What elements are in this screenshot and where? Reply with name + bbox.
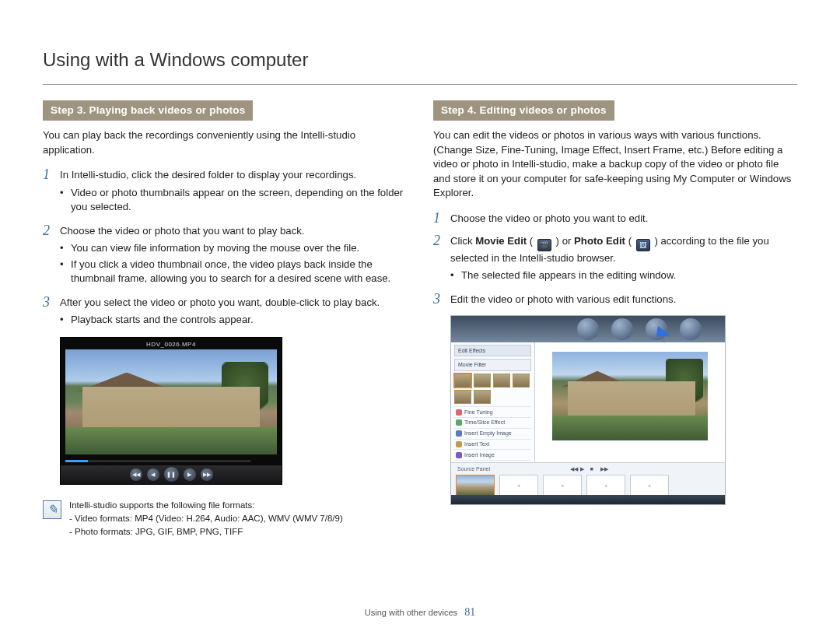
step3-item-3: 3 After you select the video or photo yo… — [43, 296, 407, 329]
item-text: Edit the video or photo with various edi… — [450, 293, 676, 305]
panel-title: Edit Effects — [454, 345, 531, 357]
sidebar-item[interactable]: Insert Text — [454, 439, 531, 450]
prev-button[interactable]: ◀◀ — [130, 468, 142, 481]
page-number: 81 — [464, 606, 475, 618]
effect-thumb[interactable] — [513, 374, 530, 388]
timeline-label: Source Panel — [457, 465, 490, 473]
step3-intro: You can play back the recordings conveni… — [43, 128, 407, 157]
item-text: Click Movie Edit ( 🎬 ) or Photo Edit ( 🖼… — [450, 235, 769, 264]
editor-tab-icon[interactable] — [611, 318, 633, 340]
item-number: 1 — [43, 167, 60, 183]
step4-item-2: 2 Click Movie Edit ( 🎬 ) or Photo Edit (… — [433, 234, 797, 285]
step3-header: Step 3. Playing back videos or photos — [43, 100, 253, 121]
tl-stop-icon[interactable]: ■ — [590, 466, 597, 472]
item-number: 2 — [433, 233, 450, 249]
rewind-button[interactable]: ◀ — [147, 468, 159, 481]
player-progress[interactable] — [65, 460, 250, 462]
tl-play-icon[interactable]: ▶ — [580, 466, 586, 472]
effect-thumb[interactable] — [493, 374, 510, 388]
next-button[interactable]: ▶▶ — [201, 468, 213, 481]
tl-next-icon[interactable]: ▶▶ — [600, 466, 607, 472]
photo-edit-icon: 🖼 — [636, 239, 650, 251]
column-right: Step 4. Editing videos or photos You can… — [433, 100, 797, 539]
effect-thumb[interactable] — [474, 390, 491, 404]
bullet: If you click a video thumbnail once, the… — [60, 258, 407, 286]
footer-section: Using with other devices — [365, 608, 457, 617]
editor-sidebar: Edit Effects Movie Filter Fine Tun — [451, 342, 535, 462]
item-text: Choose the video or photo that you want … — [60, 225, 305, 237]
editor-tab-icon[interactable] — [577, 318, 599, 340]
bullet: Video or photo thumbnails appear on the … — [60, 186, 407, 215]
item-text: Choose the video or photo you want to ed… — [450, 212, 648, 224]
note-line: - Video formats: MP4 (Video: H.264, Audi… — [69, 512, 343, 524]
step3-item-1: 1 In Intelli-studio, click the desired f… — [43, 168, 407, 216]
effect-thumb[interactable] — [454, 390, 471, 404]
item-number: 3 — [43, 294, 60, 310]
editor-tab-icon[interactable] — [680, 318, 702, 340]
page-footer: Using with other devices 81 — [0, 605, 840, 620]
forward-button[interactable]: ▶ — [184, 468, 196, 481]
note-line: - Photo formats: JPG, GIF, BMP, PNG, TIF… — [69, 525, 343, 538]
bullet: The selected file appears in the editing… — [450, 268, 797, 282]
step4-item-1: 1 Choose the video or photo you want to … — [433, 212, 797, 226]
sidebar-item[interactable]: Fine Tuning — [454, 406, 531, 417]
step4-header: Step 4. Editing videos or photos — [433, 100, 614, 121]
editor-screenshot: Edit Effects Movie Filter Fine Tun — [450, 315, 726, 505]
player-video-frame — [65, 349, 277, 454]
divider — [43, 84, 797, 85]
sidebar-item[interactable]: Insert Empty Image — [454, 428, 531, 439]
sidebar-item[interactable]: Time/Slice Effect — [454, 417, 531, 428]
step3-item-2: 2 Choose the video or photo that you wan… — [43, 224, 407, 288]
item-number: 3 — [433, 291, 450, 307]
item-number: 1 — [433, 210, 450, 226]
player-filename: HDV_0026.MP4 — [61, 338, 282, 349]
item-text: In Intelli-studio, click the desired fol… — [60, 169, 356, 181]
format-note: ✎ Intelli-studio supports the following … — [43, 499, 407, 539]
bullet: You can view file information by moving … — [60, 241, 407, 255]
player-controls: ◀◀ ◀ ❚❚ ▶ ▶▶ — [61, 465, 282, 484]
item-text: After you select the video or photo you … — [60, 296, 380, 308]
effect-thumb[interactable] — [474, 374, 491, 388]
sidebar-item[interactable]: Insert Image — [454, 449, 531, 460]
column-left: Step 3. Playing back videos or photos Yo… — [43, 100, 407, 539]
panel-tab[interactable]: Movie Filter — [454, 359, 531, 371]
movie-edit-icon: 🎬 — [537, 239, 551, 251]
editor-toolbar — [451, 316, 725, 342]
note-icon: ✎ — [43, 500, 61, 519]
step4-item-3: 3 Edit the video or photo with various e… — [433, 293, 797, 307]
pause-button[interactable]: ❚❚ — [164, 467, 179, 482]
page-title: Using with a Windows computer — [43, 47, 797, 73]
editor-preview — [535, 342, 725, 462]
tl-prev-icon[interactable]: ◀◀ — [570, 466, 576, 472]
bullet: Playback starts and the controls appear. — [60, 313, 407, 327]
item-number: 2 — [43, 223, 60, 239]
note-line: Intelli-studio supports the following fi… — [69, 499, 343, 511]
editor-statusbar — [451, 495, 725, 504]
step4-intro: You can edit the videos or photos in var… — [433, 128, 797, 200]
player-screenshot: HDV_0026.MP4 ◀◀ ◀ ❚❚ ▶ ▶▶ — [60, 337, 282, 485]
effect-thumb[interactable] — [454, 374, 471, 388]
